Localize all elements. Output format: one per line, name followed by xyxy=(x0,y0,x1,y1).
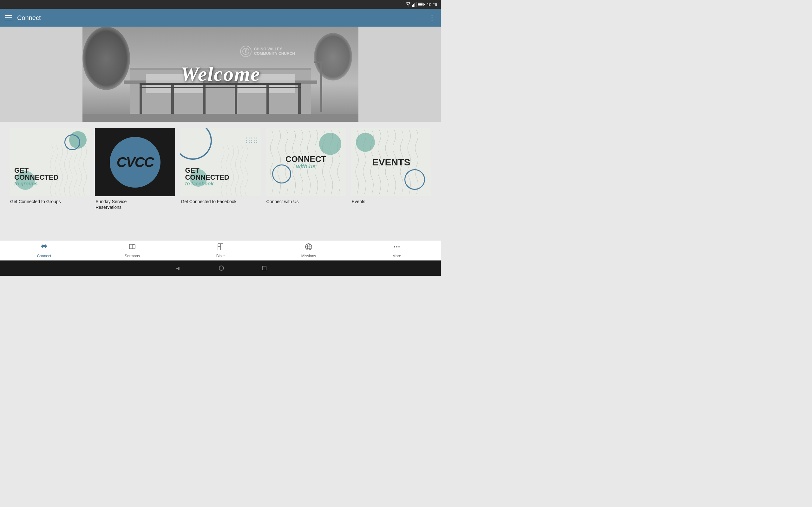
nav-label-more: More xyxy=(392,254,401,258)
svg-point-38 xyxy=(396,246,397,247)
nav-item-sermons[interactable]: Sermons xyxy=(88,240,176,261)
card-groups-label: Get Connected to Groups xyxy=(9,199,90,205)
svg-rect-19 xyxy=(140,87,301,88)
card-connect-us-label: Connect with Us xyxy=(266,199,346,205)
more-vert-button[interactable]: ⋮ xyxy=(428,14,436,22)
nav-item-missions[interactable]: Missions xyxy=(264,240,353,261)
card-reservations-label: Sunday ServiceReservations xyxy=(95,199,175,210)
church-logo-icon xyxy=(242,48,250,55)
nav-item-more[interactable]: More xyxy=(353,240,441,261)
svg-rect-24 xyxy=(245,50,247,53)
svg-rect-22 xyxy=(314,61,323,63)
android-navigation-bar: ◀ xyxy=(0,261,441,276)
svg-rect-21 xyxy=(320,61,322,112)
card-grid: GET CONNECTED to groups Get Connected to… xyxy=(9,128,432,210)
svg-rect-2 xyxy=(415,3,415,7)
app-bar-title: Connect xyxy=(17,14,41,21)
nav-label-connect: Connect xyxy=(37,254,51,258)
status-time: 10:26 xyxy=(426,2,437,7)
card-connect-us-image: CONNECT with us xyxy=(266,128,346,196)
status-icons xyxy=(406,2,425,7)
svg-rect-1 xyxy=(413,4,414,7)
card-reservations-image: CVCC xyxy=(95,128,175,196)
svg-rect-0 xyxy=(412,5,413,7)
recents-button[interactable] xyxy=(262,266,266,270)
cvcc-circle: CVCC xyxy=(110,137,160,187)
more-icon xyxy=(393,243,401,252)
nav-item-connect[interactable]: Connect xyxy=(0,240,88,261)
nav-label-missions: Missions xyxy=(301,254,316,258)
card-grid-section: GET CONNECTED to groups Get Connected to… xyxy=(0,122,441,213)
card-events[interactable]: EVENTS Events xyxy=(351,128,432,205)
back-button[interactable]: ◀ xyxy=(174,265,181,271)
welcome-text: Welcome xyxy=(181,62,260,86)
nav-label-sermons: Sermons xyxy=(125,254,140,258)
cvcc-logo-text: CVCC xyxy=(116,154,154,170)
nav-label-bible: Bible xyxy=(216,254,225,258)
card-groups-image: GET CONNECTED to groups xyxy=(9,128,90,196)
hamburger-menu-button[interactable] xyxy=(5,15,12,20)
status-bar: 10:26 xyxy=(0,0,441,9)
bible-icon xyxy=(217,243,224,252)
wifi-icon xyxy=(406,2,411,7)
card-events-image: EVENTS xyxy=(351,128,432,196)
app-bar-left: Connect xyxy=(5,14,41,21)
svg-rect-20 xyxy=(83,114,358,122)
svg-point-39 xyxy=(398,246,400,247)
bottom-navigation: Connect Sermons Bible xyxy=(0,240,441,261)
card-events-label: Events xyxy=(351,199,432,205)
nav-item-bible[interactable]: Bible xyxy=(176,240,264,261)
card-facebook-image: GET CONNECTED to facebook xyxy=(180,128,260,196)
missions-icon xyxy=(305,243,312,252)
card-facebook-label: Get Connected to Facebook xyxy=(180,199,260,205)
svg-point-37 xyxy=(394,246,395,247)
hero-image: CHINO VALLEY COMMUNITY CHURCH Welcome xyxy=(83,26,358,122)
connect-icon xyxy=(40,243,48,252)
card-facebook[interactable]: GET CONNECTED to facebook Get Connected … xyxy=(180,128,260,205)
card-groups[interactable]: GET CONNECTED to groups Get Connected to… xyxy=(9,128,90,205)
hero-section: CHINO VALLEY COMMUNITY CHURCH Welcome xyxy=(0,26,441,122)
battery-icon xyxy=(418,3,425,6)
church-name: CHINO VALLEY COMMUNITY CHURCH xyxy=(254,47,295,56)
sermons-icon xyxy=(129,243,136,252)
card-connect-us[interactable]: CONNECT with us Connect with Us xyxy=(266,128,346,205)
app-bar: Connect ⋮ xyxy=(0,9,441,26)
church-logo: CHINO VALLEY COMMUNITY CHURCH xyxy=(240,46,295,57)
svg-rect-3 xyxy=(416,2,416,7)
svg-rect-6 xyxy=(418,3,423,5)
home-button[interactable] xyxy=(219,266,224,271)
card-reservations[interactable]: CVCC Sunday ServiceReservations xyxy=(95,128,175,210)
signal-icon xyxy=(412,2,416,7)
svg-rect-5 xyxy=(424,4,425,5)
